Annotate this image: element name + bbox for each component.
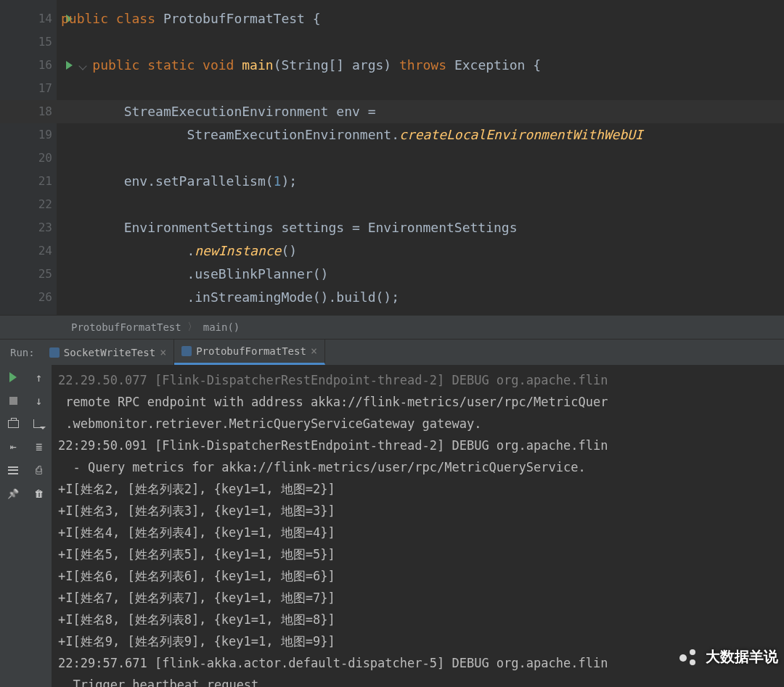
rerun-icon[interactable] xyxy=(7,371,20,384)
line-number[interactable]: 16 xyxy=(0,54,57,77)
code-line[interactable]: .newInstance() xyxy=(57,239,784,263)
console-line: +I[姓名4, [姓名列表4], {key1=1, 地图=4}] xyxy=(58,522,784,543)
line-number[interactable]: 23 xyxy=(0,216,57,239)
code-line[interactable]: EnvironmentSettings settings = Environme… xyxy=(57,216,784,239)
code-line[interactable]: .inStreamingMode().build(); xyxy=(57,286,784,309)
file-icon xyxy=(49,347,60,358)
line-gutter[interactable]: 14151617181920212223242526 xyxy=(0,0,57,315)
code-line[interactable]: env.setParallelism(1); xyxy=(57,170,784,193)
code-line[interactable]: StreamExecutionEnvironment env = xyxy=(57,100,784,123)
code-editor[interactable]: 14151617181920212223242526 public class … xyxy=(0,0,784,315)
console-line: - Query metrics for akka://flink-metrics… xyxy=(58,456,784,478)
run-tab-label: SocketWriteTest xyxy=(64,347,155,358)
wechat-icon xyxy=(679,648,701,667)
scroll-to-end-icon[interactable] xyxy=(33,440,46,453)
close-icon[interactable]: × xyxy=(160,346,166,359)
console-line: remote RPC endpoint with address akka://… xyxy=(58,391,784,413)
line-number[interactable]: 19 xyxy=(0,123,57,147)
clear-all-icon[interactable] xyxy=(33,487,46,500)
console-line: +I[姓名2, [姓名列表2], {key1=1, 地图=2}] xyxy=(58,478,784,500)
up-stack-icon[interactable] xyxy=(33,371,46,384)
run-tools-right xyxy=(26,365,52,687)
line-number[interactable]: 26 xyxy=(0,286,57,309)
code-line[interactable]: public class ProtobufFormatTest { xyxy=(57,7,784,30)
code-line[interactable] xyxy=(57,77,784,100)
run-tab[interactable]: ProtobufFormatTest× xyxy=(174,340,325,365)
line-number[interactable]: 15 xyxy=(0,30,57,54)
close-icon[interactable]: × xyxy=(311,345,317,358)
breadcrumb-method[interactable]: main() xyxy=(197,321,246,333)
run-tabs: SocketWriteTest×ProtobufFormatTest× xyxy=(42,340,325,365)
code-line[interactable] xyxy=(57,193,784,216)
code-line[interactable] xyxy=(57,147,784,170)
console-line: .webmonitor.retriever.MetricQueryService… xyxy=(58,413,784,435)
watermark-text: 大数据羊说 xyxy=(706,647,778,667)
run-tabs-bar: Run: SocketWriteTest×ProtobufFormatTest× xyxy=(0,340,784,365)
code-line[interactable]: StreamExecutionEnvironment.createLocalEn… xyxy=(57,123,784,147)
line-number[interactable]: 25 xyxy=(0,263,57,286)
file-icon xyxy=(181,346,192,356)
layout-icon[interactable] xyxy=(7,464,20,477)
console-output[interactable]: 22.29.50.077 [Flink-DispatcherRestEndpoi… xyxy=(52,365,784,687)
line-number[interactable]: 20 xyxy=(0,147,57,170)
stop-icon[interactable] xyxy=(7,394,20,407)
run-tab[interactable]: SocketWriteTest× xyxy=(42,340,174,365)
console-line: +I[姓名3, [姓名列表3], {key1=1, 地图=3}] xyxy=(58,500,784,522)
ide-window: 14151617181920212223242526 public class … xyxy=(0,0,784,687)
run-tools-left xyxy=(0,365,26,687)
print-icon[interactable] xyxy=(33,464,46,477)
run-panel: 22.29.50.077 [Flink-DispatcherRestEndpoi… xyxy=(0,365,784,687)
console-line: +I[姓名5, [姓名列表5], {key1=1, 地图=5}] xyxy=(58,543,784,565)
breadcrumb-class[interactable]: ProtobufFormatTest xyxy=(65,321,187,333)
line-number[interactable]: 18 xyxy=(0,100,57,123)
watermark: 大数据羊说 xyxy=(679,647,778,667)
console-line: +I[姓名7, [姓名列表7], {key1=1, 地图=7}] xyxy=(58,587,784,609)
line-number[interactable]: 22 xyxy=(0,193,57,216)
run-label: Run: xyxy=(0,340,42,365)
screenshot-icon[interactable] xyxy=(7,417,20,430)
console-line: +I[姓名9, [姓名列表9], {key1=1, 地图=9}] xyxy=(58,630,784,652)
down-stack-icon[interactable] xyxy=(33,394,46,407)
code-line[interactable] xyxy=(57,30,784,54)
pin-icon[interactable] xyxy=(7,487,20,500)
line-number[interactable]: 24 xyxy=(0,239,57,263)
code-line[interactable]: public static void main(String[] args) t… xyxy=(57,54,784,77)
breadcrumb-sep: 〉 xyxy=(187,321,197,334)
code-line[interactable]: .useBlinkPlanner() xyxy=(57,263,784,286)
console-line: +I[姓名8, [姓名列表8], {key1=1, 地图=8}] xyxy=(58,609,784,630)
soft-wrap-icon[interactable] xyxy=(33,417,46,430)
code-area[interactable]: public class ProtobufFormatTest { public… xyxy=(57,0,784,315)
console-line: 22.29.50.077 [Flink-DispatcherRestEndpoi… xyxy=(58,369,784,391)
console-line: 22:29:57.671 [flink-akka.actor.default-d… xyxy=(58,652,784,674)
breadcrumb[interactable]: ProtobufFormatTest 〉 main() xyxy=(0,315,784,340)
console-line: +I[姓名6, [姓名列表6], {key1=1, 地图=6}] xyxy=(58,565,784,587)
run-tab-label: ProtobufFormatTest xyxy=(196,345,306,357)
line-number[interactable]: 14 xyxy=(0,7,57,30)
line-number[interactable]: 21 xyxy=(0,170,57,193)
line-number[interactable]: 17 xyxy=(0,77,57,100)
console-line: Trigger heartbeat request xyxy=(58,674,784,687)
exit-icon[interactable] xyxy=(7,440,20,453)
console-line: 22:29:50.091 [Flink-DispatcherRestEndpoi… xyxy=(58,435,784,456)
